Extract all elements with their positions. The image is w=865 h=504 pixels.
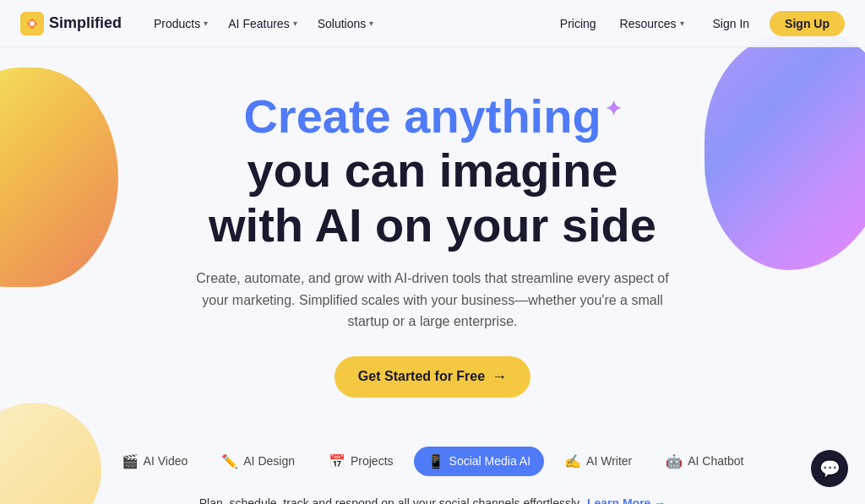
- tab-social-media-ai[interactable]: 📱 Social Media AI: [414, 447, 545, 476]
- chat-button[interactable]: 💬: [811, 450, 848, 487]
- products-chevron-icon: ▾: [204, 19, 208, 28]
- chat-icon: 💬: [819, 458, 841, 479]
- hero-section: Create anything✦ you can imagine with AI…: [0, 47, 865, 423]
- nav-resources[interactable]: Resources ▾: [612, 12, 693, 35]
- nav-solutions[interactable]: Solutions ▾: [309, 12, 383, 35]
- ai-chatbot-icon: 🤖: [666, 453, 683, 469]
- nav-links-right: Pricing Resources ▾ Sign In Sign Up: [552, 11, 845, 36]
- ai-writer-icon: ✍️: [564, 453, 581, 469]
- ai-features-chevron-icon: ▾: [293, 19, 297, 28]
- hero-title-highlight: Create anything: [243, 89, 601, 143]
- navbar: Simplified Products ▾ AI Features ▾ Solu…: [0, 0, 865, 47]
- nav-links-left: Products ▾ AI Features ▾ Solutions ▾: [145, 12, 552, 35]
- solutions-chevron-icon: ▾: [369, 19, 373, 28]
- cta-arrow-icon: →: [492, 368, 507, 386]
- learn-more-link[interactable]: Learn More →: [587, 496, 666, 504]
- nav-products[interactable]: Products ▾: [145, 12, 216, 35]
- tab-ai-writer[interactable]: ✍️ AI Writer: [551, 447, 645, 476]
- svg-point-1: [30, 21, 35, 26]
- sparkle-icon: ✦: [605, 97, 622, 121]
- signup-button[interactable]: Sign Up: [770, 11, 845, 36]
- tab-ai-design[interactable]: ✏️ AI Design: [208, 447, 308, 476]
- logo-text: Simplified: [49, 14, 122, 32]
- hero-title: Create anything✦ you can imagine with AI…: [209, 89, 656, 252]
- learn-more-arrow-icon: →: [654, 496, 666, 504]
- projects-icon: 📅: [329, 453, 345, 469]
- logo-icon: [20, 12, 44, 35]
- tab-projects[interactable]: 📅 Projects: [315, 447, 407, 476]
- cta-button[interactable]: Get Started for Free →: [335, 356, 530, 398]
- tab-ai-video[interactable]: 🎬 AI Video: [108, 447, 202, 476]
- signin-button[interactable]: Sign In: [699, 11, 764, 36]
- bottom-bar: Plan, schedule, track and respond on all…: [0, 488, 865, 504]
- ai-video-icon: 🎬: [122, 453, 139, 469]
- feature-tabs: 🎬 AI Video ✏️ AI Design 📅 Projects 📱 Soc…: [0, 423, 865, 488]
- tab-ai-chatbot[interactable]: 🤖 AI Chatbot: [652, 447, 757, 476]
- ai-design-icon: ✏️: [221, 453, 238, 469]
- nav-ai-features[interactable]: AI Features ▾: [220, 12, 305, 35]
- hero-subtitle: Create, automate, and grow with AI-drive…: [188, 268, 677, 333]
- nav-pricing[interactable]: Pricing: [552, 12, 605, 35]
- resources-chevron-icon: ▾: [680, 19, 684, 28]
- logo[interactable]: Simplified: [20, 12, 122, 35]
- social-media-icon: 📱: [427, 453, 444, 469]
